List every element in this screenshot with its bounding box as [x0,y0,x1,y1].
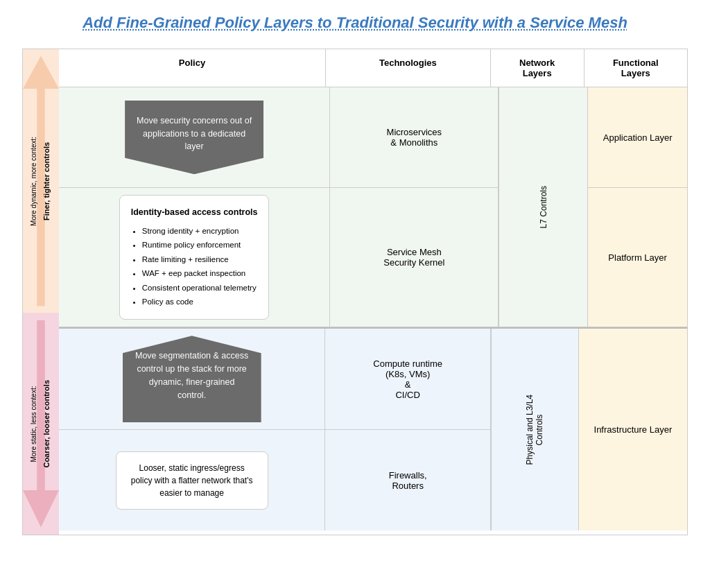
infrastructure-layer-cell: Infrastructure Layer [579,329,687,530]
arrow-bottom: More static, less context: Coarser, loos… [23,313,59,535]
functional-col-top: Application Layer Platform Layer [588,87,687,327]
arrow-top-text: More dynamic, more context: Finer, tight… [28,131,53,232]
table-area: Policy Technologies Network Layers Funct… [59,49,687,535]
row1-tech: Microservices & Monoliths [330,87,499,187]
identity-box-title: Identity-based access controls [131,205,258,219]
page-title: Add Fine-Grained Policy Layers to Tradit… [83,14,627,32]
top-section: Move security concerns out of applicatio… [59,87,687,327]
row2-tech: Service Mesh Security Kernel [330,188,499,327]
header-policy: Policy [59,49,326,87]
bullet-5: Consistent operational telemetry [142,282,258,294]
header-network-layers: Network Layers [491,49,585,87]
row2: Identity-based access controls Strong id… [59,188,499,327]
network-physical: Physical and L3/L4 Controls [491,329,579,530]
row2-policy: Identity-based access controls Strong id… [59,188,330,327]
main-container: More dynamic, more context: Finer, tight… [22,49,688,535]
bullet-4: WAF + eep packet inspection [142,267,258,279]
platform-layer: Platform Layer [588,188,687,327]
bullet-3: Rate limiting + resilience [142,253,258,266]
row3-policy: Move segmentation & access control up th… [59,329,325,429]
row4-tech: Firewalls, Routers [325,430,491,530]
bottom-section: Move segmentation & access control up th… [59,329,687,530]
arrow-top: More dynamic, more context: Finer, tight… [23,49,59,313]
pentagon-3: Move segmentation & access control up th… [123,336,261,422]
bullet-2: Runtime policy enforcement [142,239,258,251]
arrow-column: More dynamic, more context: Finer, tight… [23,49,59,535]
bullet-1: Strong identity + encryption [142,225,258,237]
header-row: Policy Technologies Network Layers Funct… [59,49,687,87]
bullet-6: Policy as code [142,295,258,308]
identity-box: Identity-based access controls Strong id… [119,195,270,320]
l7-label: L7 Controls [539,186,548,228]
row1-policy: Move security concerns out of applicatio… [59,87,330,187]
pentagon-1: Move security concerns out of applicatio… [125,101,263,174]
arrow-bottom-bold: Coarser, looser controls [42,380,52,468]
row4-policy: Looser, static ingress/egress policy wit… [59,430,325,530]
looser-box: Looser, static ingress/egress policy wit… [116,451,268,510]
network-l7: L7 Controls [499,87,588,327]
row4: Looser, static ingress/egress policy wit… [59,430,491,530]
header-technologies: Technologies [326,49,491,87]
arrow-top-bold: Finer, tighter controls [42,141,52,220]
row3-tech: Compute runtime (K8s, VMs) & CI/CD [325,329,491,429]
application-layer: Application Layer [588,87,687,188]
row1: Move security concerns out of applicatio… [59,87,499,188]
arrow-bottom-text: More static, less context: Coarser, loos… [28,374,53,474]
physical-label: Physical and L3/L4 Controls [525,395,544,465]
identity-box-list: Strong identity + encryption Runtime pol… [131,225,258,308]
row3: Move segmentation & access control up th… [59,329,491,430]
header-functional-layers: Functional Layers [585,49,687,87]
